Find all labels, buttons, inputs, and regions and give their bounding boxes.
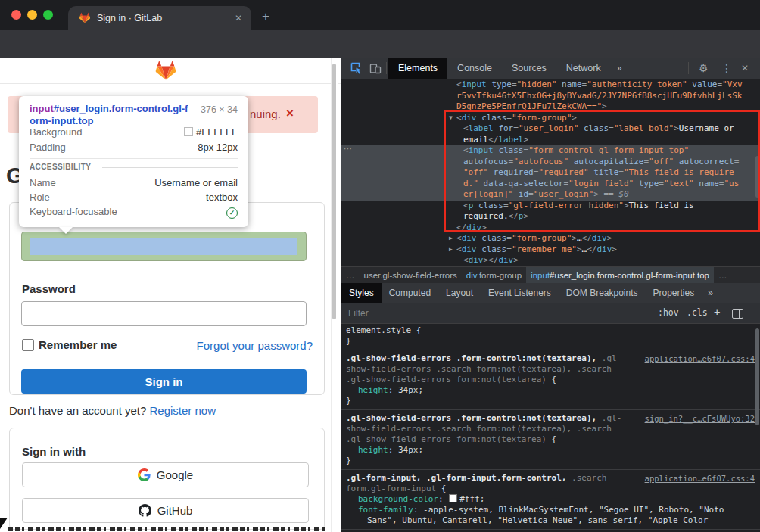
css-line[interactable]: height: 34px; (346, 445, 756, 456)
devtools-tab-elements[interactable]: Elements (388, 58, 447, 79)
toolbar-separator-right (688, 62, 689, 74)
tooltip-accessibility-title: ACCESSIBILITY (30, 163, 91, 171)
dom-tree-node[interactable]: ▶<div class="form-group">…</div> (341, 233, 760, 244)
css-line[interactable]: .gl-form-input, .gl-form-input.form-cont… (346, 473, 756, 484)
dom-tree-node[interactable]: autofocus="autofocus" autocapitalize="of… (341, 157, 760, 168)
register-now-link[interactable]: Register now (150, 404, 216, 417)
dom-tree-node[interactable]: r5vvTfku46tX5FhxOG+j8yBYvadG/2JY7NP6fB8s… (341, 91, 760, 102)
devtools-menu-icon[interactable]: ⋮ (721, 62, 732, 74)
css-line[interactable]: element.style { (346, 325, 756, 336)
devtools-close-icon[interactable]: ✕ (741, 63, 749, 73)
css-line[interactable]: Sans", Ubuntu, Cantarell, "Helvetica Neu… (346, 515, 756, 526)
elements-scrollbar-thumb[interactable] (755, 156, 759, 198)
github-signin-button[interactable]: GitHub (22, 498, 309, 523)
minimize-window-button[interactable] (27, 10, 37, 20)
dom-tree-node[interactable]: er[login]" id="user_login"> == $0 (341, 189, 760, 201)
styles-filter-input[interactable]: Filter (348, 308, 369, 319)
dom-tree-node[interactable]: <input type="hidden" name="authenticity_… (341, 79, 760, 91)
tab-close-icon[interactable]: ✕ (235, 13, 242, 23)
styles-tab-event-listeners[interactable]: Event Listeners (481, 283, 559, 303)
tooltip-selector-tag: input (30, 103, 54, 114)
browser-window: Sign in · GitLab ✕ + ← → ↻ gitlab.com/us… (0, 0, 760, 532)
titlebar: Sign in · GitLab ✕ + (0, 0, 760, 30)
dom-tree-node[interactable]: <p class="gl-field-error hidden">This fi… (341, 201, 760, 212)
forgot-password-link[interactable]: Forgot your password? (197, 339, 313, 352)
css-rule-block: .gl-form-input, .gl-form-input.form-cont… (341, 470, 760, 530)
gutter-more-dots[interactable]: ⋯ (344, 144, 353, 154)
devtools-tabs-overflow-icon[interactable]: » (611, 63, 628, 73)
styles-tab-computed[interactable]: Computed (382, 283, 438, 303)
css-line[interactable]: .gl-show-field-errors .form-control:not(… (346, 353, 756, 364)
styles-tab-properties[interactable]: Properties (646, 283, 702, 303)
styles-tab-styles[interactable]: Styles (341, 283, 382, 303)
devtools-tab-console[interactable]: Console (447, 58, 502, 79)
toolbar-separator (386, 62, 387, 74)
tab-title: Sign in · GitLab (97, 13, 162, 23)
hover-state-button[interactable]: :hov (658, 307, 679, 318)
css-line[interactable]: } (346, 336, 756, 347)
stylesheet-link[interactable]: application…e6f07.css:4 (645, 353, 755, 364)
dom-tree-node[interactable]: <label for="user_login" class="label-bol… (341, 123, 760, 135)
breadcrumb-item[interactable]: div.form-group (462, 267, 526, 284)
page-scrollbar[interactable] (331, 58, 338, 532)
dom-tree-node[interactable]: ▶<div class="remember-me">…</div> (341, 244, 760, 256)
styles-tab-dom-breakpoints[interactable]: DOM Breakpoints (559, 283, 646, 303)
styles-tabs-overflow-icon[interactable]: » (702, 288, 719, 298)
styles-tab-layout[interactable]: Layout (438, 283, 481, 303)
css-line[interactable]: .gl-show-field-errors form:not(textarea)… (346, 434, 756, 445)
dom-tree-node[interactable]: "off" required="required" title="This fi… (341, 167, 760, 179)
sign-in-button[interactable]: Sign in (21, 369, 307, 394)
devtools-tab-sources[interactable]: Sources (502, 58, 556, 79)
dom-tree-node[interactable]: <input class="form-control gl-form-input… (341, 145, 760, 157)
breadcrumb-item[interactable]: input#user_login.form-control.gl-form-in… (526, 267, 714, 284)
breadcrumb-item[interactable]: … (341, 267, 360, 284)
alert-close-icon[interactable]: × (286, 106, 294, 121)
css-line[interactable]: } (346, 396, 756, 406)
device-toolbar-icon[interactable] (369, 62, 382, 74)
remember-me-checkbox[interactable] (22, 339, 34, 351)
zoom-window-button[interactable] (43, 10, 53, 20)
password-input[interactable] (21, 301, 307, 326)
class-toggle-button[interactable]: .cls (687, 307, 708, 318)
css-line[interactable]: background-color: #fff; (346, 494, 756, 505)
dom-tree-node[interactable]: D5gnzPe5PEnfrQ1JFu7lZekCWA=="> (341, 101, 760, 113)
new-tab-button[interactable]: + (262, 9, 269, 24)
styles-rules: element.style {}.gl-show-field-errors .f… (341, 322, 760, 532)
breadcrumb: …user.gl-show-field-errorsdiv.form-group… (341, 266, 760, 284)
styles-scrollbar-thumb[interactable] (755, 328, 759, 425)
new-style-rule-button[interactable]: + (714, 306, 720, 318)
dom-tree-node[interactable]: <div></div> (341, 255, 760, 266)
devtools-settings-icon[interactable]: ⚙ (699, 62, 709, 74)
inspect-element-icon[interactable] (350, 62, 363, 74)
close-window-button[interactable] (11, 10, 21, 20)
username-input-highlighted[interactable] (21, 232, 307, 261)
page-scrollbar-thumb[interactable] (332, 64, 336, 319)
google-icon (138, 468, 151, 481)
tooltip-name-value: Username or email (154, 177, 238, 188)
css-line[interactable]: form.gl-form-input { (346, 484, 756, 494)
breadcrumb-item[interactable]: … (714, 267, 732, 284)
devtools-tab-network[interactable]: Network (556, 58, 611, 79)
dom-tree-node[interactable]: email</label> (341, 135, 760, 146)
sidebar-toggle-icon[interactable] (732, 309, 743, 319)
css-line[interactable]: .gl-show-field-errors .form-control:not(… (346, 413, 756, 424)
breadcrumb-item[interactable]: user.gl-show-field-errors (360, 267, 462, 284)
tooltip-name-label: Name (30, 177, 56, 188)
dom-tree-node[interactable]: ▼<div class="form-group"> (341, 113, 760, 124)
dom-tree-node[interactable]: required.</p> (341, 211, 760, 222)
stylesheet-link[interactable]: application…e6f07.css:4 (645, 473, 755, 484)
css-line[interactable]: height: 34px; (346, 385, 756, 396)
css-rule-block: element.style {} (341, 322, 760, 350)
css-line[interactable]: font-family: -apple-system, BlinkMacSyst… (346, 505, 756, 515)
github-button-label: GitHub (157, 504, 193, 517)
css-line[interactable]: show-field-errors .search form:not(texta… (346, 424, 756, 434)
css-line[interactable]: } (346, 456, 756, 466)
stylesheet-link[interactable]: sign_in?__c…cFsUWUyo:32 (645, 413, 755, 424)
mouse-cursor (0, 518, 8, 529)
dom-tree-node[interactable]: d." data-qa-selector="login_field" type=… (341, 179, 760, 190)
dom-tree-node[interactable]: </div> (341, 222, 760, 234)
css-line[interactable]: .gl-show-field-errors form:not(textarea)… (346, 375, 756, 385)
browser-tab[interactable]: Sign in · GitLab ✕ (68, 6, 251, 30)
google-signin-button[interactable]: Google (22, 462, 309, 487)
css-line[interactable]: show-field-errors .search form:not(texta… (346, 364, 756, 375)
